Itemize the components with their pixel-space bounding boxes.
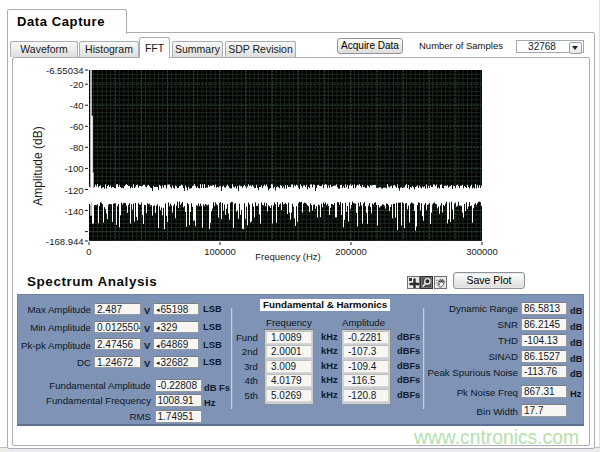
khz-unit: kHz <box>321 346 338 356</box>
frequency-column-header: Frequency <box>266 317 312 328</box>
spectrum-analysis-heading: Spectrum Analysis <box>27 274 157 289</box>
chevron-down-icon <box>572 46 578 53</box>
stat-value-lsb[interactable]: ◂329 <box>153 321 199 333</box>
harmonic-row-label: 5th <box>200 390 258 401</box>
coerce-arrow-icon: ◂ <box>156 359 160 366</box>
metric-unit: dB <box>570 322 582 332</box>
zoom-icon[interactable] <box>420 275 433 288</box>
metric-value[interactable]: 86.1527 <box>521 350 567 363</box>
stat-unit-lsb: LSB <box>203 304 222 314</box>
x-tick-label: 0 <box>64 246 114 257</box>
stat-value-volts[interactable]: 1.24672 <box>94 356 141 368</box>
tab-sdp-revision[interactable]: SDP Revision <box>225 41 296 57</box>
stat-value[interactable]: 1.74951 <box>155 410 202 423</box>
frequency-array: 1.00892.00013.0094.01795.0269 <box>264 329 314 405</box>
y-tick-label: -60 <box>40 121 84 132</box>
stat-value[interactable]: -0.22808 <box>155 379 202 392</box>
stat-unit-volts: V <box>144 306 150 316</box>
harmonic-row-label: 2nd <box>200 346 258 357</box>
tab-data-capture[interactable]: Data Capture <box>7 9 127 34</box>
stat-label: DC <box>0 357 91 368</box>
y-axis-title: Amplitude (dB) <box>31 159 45 173</box>
coerce-arrow-icon: ◂ <box>156 306 160 313</box>
harmonic-row-label: Fund <box>200 332 258 343</box>
number-of-samples-value: 32768 <box>517 41 567 52</box>
tab-fft[interactable]: FFT <box>139 37 170 58</box>
stat-value-lsb[interactable]: ◂32682 <box>153 356 199 368</box>
y-tick-label: -100 <box>40 163 84 174</box>
save-plot-button[interactable]: Save Plot <box>453 272 525 289</box>
y-tick-label: -80 <box>40 142 84 153</box>
y-tick-label: -6.55034 <box>40 65 84 76</box>
metric-label: THD <box>360 335 518 346</box>
metric-value[interactable]: -104.13 <box>521 334 567 347</box>
khz-unit: kHz <box>321 361 338 371</box>
khz-unit: kHz <box>321 375 338 385</box>
metric-label: Peak Spurious Noise <box>360 367 518 378</box>
stat-unit-lsb: LSB <box>203 322 222 332</box>
stat-value-volts[interactable]: 2.47456 <box>94 338 141 350</box>
coerce-arrow-icon: ◂ <box>156 324 160 331</box>
metric-label: SNR <box>360 319 518 330</box>
stat-label: Fundamental Frequency <box>0 395 151 406</box>
harmonic-frequency-value[interactable]: 1.0089 <box>266 331 312 344</box>
metric-value[interactable]: 86.5813 <box>521 302 567 315</box>
stat-unit-volts: V <box>144 359 150 369</box>
harmonic-frequency-value[interactable]: 4.0179 <box>266 374 312 387</box>
dropdown-arrow-button[interactable] <box>569 42 582 54</box>
data-capture-window: Data Capture WaveformHistogramFFTSummary… <box>0 0 600 452</box>
cursor-move-icon[interactable] <box>407 275 420 288</box>
harmonic-row-label: 4th <box>200 375 258 386</box>
metric-unit: Hz <box>570 389 581 399</box>
fft-plot[interactable] <box>89 70 482 241</box>
harmonic-row-label: 3rd <box>200 361 258 372</box>
harmonic-frequency-value[interactable]: 5.0269 <box>266 389 312 402</box>
metric-unit: dB <box>570 306 582 316</box>
metric-unit: dB <box>570 338 582 348</box>
harmonic-frequency-value[interactable]: 3.009 <box>266 360 312 373</box>
metric-label: SINAD <box>360 351 518 362</box>
watermark: www.cntronics.com <box>414 427 579 449</box>
metric-label: Bin Width <box>360 406 518 417</box>
stat-value-volts[interactable]: 0.0125504 <box>94 321 141 333</box>
stat-label: RMS <box>0 411 151 422</box>
metric-value[interactable]: -113.76 <box>521 365 567 378</box>
x-axis-title: Frequency (Hz) <box>238 251 338 262</box>
y-tick-label: -120 <box>40 185 84 196</box>
number-of-samples-label: Number of Samples <box>419 40 507 51</box>
pan-hand-icon[interactable] <box>434 275 447 288</box>
tab-summary[interactable]: Summary <box>172 41 223 57</box>
metric-value[interactable]: 17.7 <box>521 404 567 417</box>
stat-label: Pk-pk Amplitude <box>0 340 91 351</box>
metric-unit: dB <box>570 354 582 364</box>
x-tick-label: 300000 <box>457 246 507 257</box>
stat-value-lsb[interactable]: ◂64869 <box>153 338 199 350</box>
khz-unit: kHz <box>321 332 338 342</box>
tab-histogram[interactable]: Histogram <box>79 41 139 57</box>
number-of-samples-dropdown[interactable]: 32768 <box>516 40 584 53</box>
stat-label: Max Amplitude <box>0 304 91 315</box>
tab-waveform[interactable]: Waveform <box>10 41 78 57</box>
metric-unit: dB <box>570 369 582 379</box>
stat-value-lsb[interactable]: ◂65198 <box>153 303 199 315</box>
stat-value[interactable]: 1008.91 <box>155 394 202 407</box>
acquire-data-button[interactable]: Acquire Data <box>337 38 403 54</box>
stat-value-volts[interactable]: 2.487 <box>94 303 141 315</box>
stat-label: Fundamental Amplitude <box>0 380 151 391</box>
metric-value[interactable]: 867.31 <box>521 385 567 398</box>
metric-label: Pk Noise Freq <box>360 387 518 398</box>
stat-label: Min Amplitude <box>0 322 91 333</box>
harmonic-frequency-value[interactable]: 2.0001 <box>266 345 312 358</box>
y-tick-label: -40 <box>40 100 84 111</box>
coerce-arrow-icon: ◂ <box>156 342 160 349</box>
khz-unit: kHz <box>321 390 338 400</box>
metric-label: Dynamic Range <box>360 303 518 314</box>
stat-unit-volts: V <box>144 341 150 351</box>
y-tick-label: -20 <box>40 79 84 90</box>
metric-value[interactable]: 86.2145 <box>521 318 567 331</box>
stat-unit-volts: V <box>144 324 150 334</box>
y-tick-label: -140 <box>40 206 84 217</box>
